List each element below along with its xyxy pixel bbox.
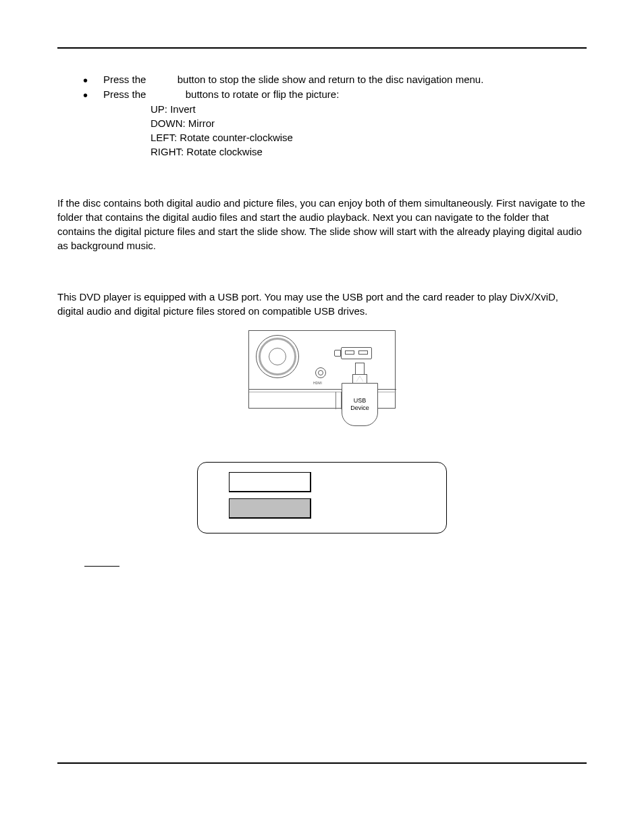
menu-box-container	[57, 462, 587, 533]
arrow-up-icon	[356, 376, 363, 382]
rotate-down: DOWN: Mirror	[151, 116, 587, 130]
menu-item-2-selected	[229, 498, 311, 519]
device-diagram-container: HDMI USB Device	[57, 330, 587, 432]
rotate-up: UP: Invert	[151, 102, 587, 116]
bullet1-pre: Press the	[103, 74, 149, 85]
bullet2-pre: Press the	[103, 88, 149, 100]
rotate-right: RIGHT: Rotate clockwise	[151, 145, 587, 159]
bullet-item-stop: Press the button to stop the slide show …	[83, 72, 587, 86]
usb-device-icon: USB Device	[342, 363, 378, 426]
usb-label-line1: USB	[354, 397, 367, 405]
header-rule	[57, 47, 587, 49]
rotate-directions: UP: Invert DOWN: Mirror LEFT: Rotate cou…	[151, 102, 587, 159]
rotate-left: LEFT: Rotate counter-clockwise	[151, 130, 587, 145]
source-menu-box	[197, 462, 447, 533]
bullet1-post: button to stop the slide show and return…	[178, 74, 484, 85]
footer-rule	[57, 762, 587, 764]
paragraph-usb: This DVD player is equipped with a USB p…	[57, 290, 587, 318]
notes-underline	[84, 557, 587, 569]
device-diagram: HDMI USB Device	[248, 330, 396, 432]
hdmi-button	[315, 367, 326, 378]
paragraph-audio-picture: If the disc contains both digital audio …	[57, 196, 587, 253]
menu-item-1	[229, 472, 311, 492]
bullet-list: Press the button to stop the slide show …	[83, 72, 587, 101]
bullet-item-rotate: Press the buttons to rotate or flip the …	[83, 87, 587, 101]
usb-label-line2: Device	[350, 405, 369, 412]
hdmi-label: HDMI	[313, 381, 322, 385]
control-dial	[256, 335, 299, 378]
usb-port	[334, 347, 372, 359]
bullet2-post: buttons to rotate or flip the picture:	[186, 88, 340, 100]
